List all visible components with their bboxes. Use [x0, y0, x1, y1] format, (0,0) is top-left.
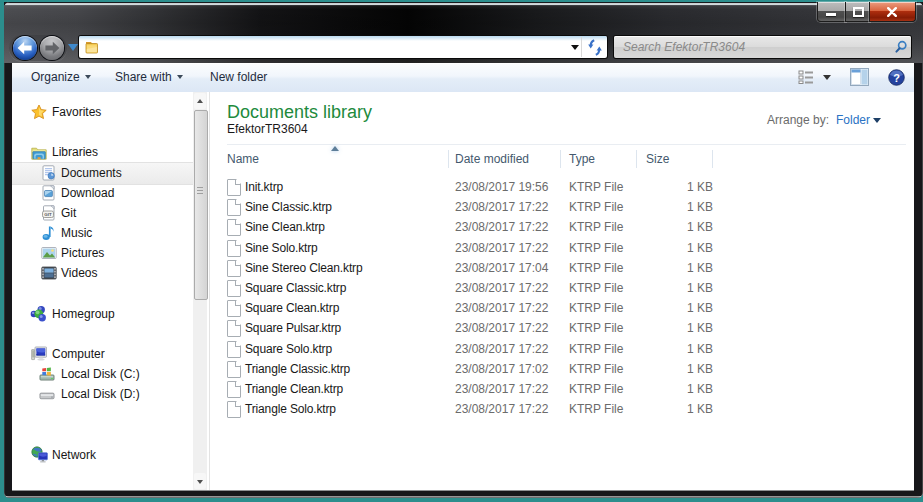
svg-text:GIT: GIT [44, 212, 52, 217]
svg-text:?: ? [893, 72, 900, 84]
